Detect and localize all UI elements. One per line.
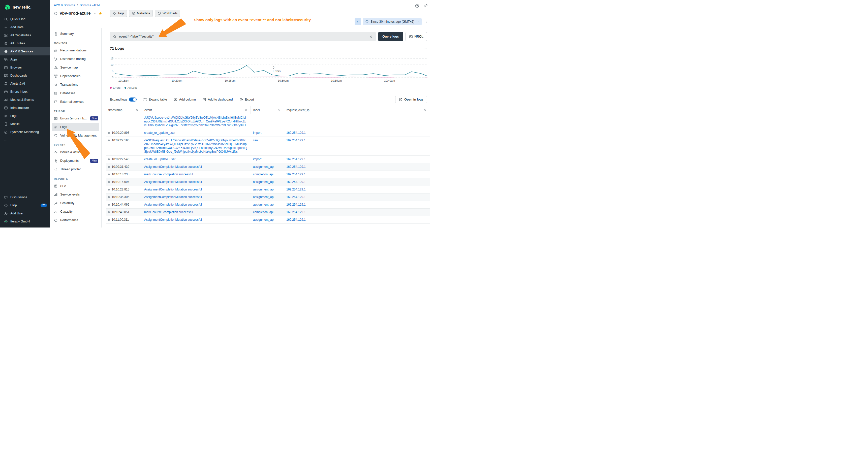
cell-ip-link[interactable]: 169.254.129.1 bbox=[286, 218, 427, 222]
sidebar-item-all-entities[interactable]: All Entities bbox=[0, 39, 50, 47]
table-row[interactable]: 10:09:22.540 create_or_update_user impor… bbox=[106, 156, 430, 163]
row-expand-square[interactable] bbox=[108, 181, 110, 183]
sidebar-item-help[interactable]: Help 70 bbox=[0, 201, 50, 209]
sidebar-item-quick-find[interactable]: Quick Find bbox=[0, 15, 50, 23]
subnav-item-thread-profiler[interactable]: Thread profiler bbox=[50, 165, 101, 173]
sidebar-item-synthetic-monitoring[interactable]: Synthetic Monitoring bbox=[0, 128, 50, 136]
cell-event-link[interactable]: AssignmentCompletionMutation successful bbox=[144, 188, 248, 192]
subnav-item-deployments[interactable]: Deployments New bbox=[50, 157, 101, 165]
breadcrumb-link-services-apm[interactable]: Services - APM bbox=[80, 3, 100, 6]
cell-ip-link[interactable]: 169.254.129.1 bbox=[286, 203, 427, 206]
subnav-item-errors-errors-inb[interactable]: Errors (errors inb... New bbox=[50, 114, 101, 123]
add-to-dashboard-button[interactable]: Add to dashboard bbox=[203, 98, 233, 101]
cell-ip-link[interactable]: 169.254.129.1 bbox=[286, 165, 427, 169]
sidebar-item-iterativ-gmbh[interactable]: Iterativ GmbH bbox=[0, 218, 50, 226]
sidebar-item-mobile[interactable]: Mobile bbox=[0, 120, 50, 128]
column-header-event[interactable]: event bbox=[142, 106, 250, 114]
query-input[interactable]: event:* -"label":"security" bbox=[110, 32, 376, 41]
time-forward-button[interactable] bbox=[423, 18, 430, 25]
row-expand-square[interactable] bbox=[108, 204, 110, 205]
subnav-item-distributed-tracing[interactable]: Distributed tracing bbox=[50, 55, 101, 63]
subnav-item-databases[interactable]: Databases bbox=[50, 89, 101, 98]
sidebar-item-all-capabilities[interactable]: All Capabilities bbox=[0, 31, 50, 39]
cell-ip-link[interactable]: 169.254.129.1 bbox=[286, 138, 427, 142]
table-row[interactable]: 10:11:00.311 AssignmentCompletionMutatio… bbox=[106, 216, 430, 224]
cell-event-link[interactable]: mark_course_completion successful bbox=[144, 210, 248, 214]
cell-event-link[interactable]: AssignmentCompletionMutation successful bbox=[144, 165, 248, 169]
expand-table-button[interactable]: Expand table bbox=[143, 98, 167, 101]
legend-item[interactable]: Errors bbox=[110, 86, 121, 89]
clear-query-icon[interactable] bbox=[369, 35, 373, 38]
cell-event-link[interactable]: AssignmentCompletionMutation successful bbox=[144, 195, 248, 199]
cell-label-link[interactable]: assignment_api bbox=[253, 195, 281, 199]
table-row[interactable]: 10:10:35.305 AssignmentCompletionMutatio… bbox=[106, 194, 430, 201]
subnav-item-sla[interactable]: SLA bbox=[50, 182, 101, 190]
row-expand-square[interactable] bbox=[108, 219, 110, 221]
subnav-item-dependencies[interactable]: Dependencies bbox=[50, 72, 101, 80]
metadata-button[interactable]: Metadata bbox=[129, 10, 153, 17]
breadcrumb-link-apm-services[interactable]: APM & Services bbox=[54, 3, 75, 6]
cell-label-link[interactable]: assignment_api bbox=[253, 180, 281, 184]
table-row[interactable]: 10:10:44.066 AssignmentCompletionMutatio… bbox=[106, 201, 430, 208]
row-expand-square[interactable] bbox=[108, 196, 110, 198]
sidebar-item-alerts-ai[interactable]: Alerts & AI bbox=[0, 79, 50, 88]
remove-column-icon[interactable] bbox=[424, 108, 427, 111]
sidebar-item-infrastructure[interactable]: Infrastructure bbox=[0, 104, 50, 112]
table-row[interactable]: JUQVU&code=eyJraWQiOiJjcGltY29yZV8wOTl1M… bbox=[106, 114, 430, 129]
sidebar-item-more[interactable] bbox=[0, 136, 50, 144]
cell-label-link[interactable]: completion_api bbox=[253, 210, 281, 214]
cell-event-link[interactable]: AssignmentCompletionMutation successful bbox=[144, 218, 248, 222]
time-back-button[interactable] bbox=[354, 18, 361, 25]
table-row[interactable]: 10:10:49.051 mark_course_completion succ… bbox=[106, 208, 430, 216]
cell-ip-link[interactable]: 169.254.129.1 bbox=[286, 158, 427, 161]
subnav-item-summary[interactable]: Summary bbox=[50, 30, 101, 38]
row-expand-square[interactable] bbox=[108, 189, 110, 191]
sidebar-item-add-data[interactable]: Add Data bbox=[0, 23, 50, 31]
cell-label-link[interactable]: assignment_api bbox=[253, 165, 281, 169]
logs-options-icon[interactable] bbox=[423, 46, 427, 50]
workloads-button[interactable]: Workloads bbox=[155, 10, 180, 17]
new-relic-logo[interactable]: new relic. bbox=[0, 0, 50, 15]
row-expand-square[interactable] bbox=[108, 159, 110, 160]
time-picker[interactable]: Since 30 minutes ago (GMT+2) bbox=[363, 18, 422, 25]
row-expand-square[interactable] bbox=[108, 173, 110, 175]
sidebar-item-logs[interactable]: Logs bbox=[0, 112, 50, 120]
cell-event-link[interactable]: AssignmentCompletionMutation successful bbox=[144, 203, 248, 206]
chevron-down-icon[interactable] bbox=[93, 11, 96, 15]
sidebar-item-discussions[interactable]: Discussions bbox=[0, 193, 50, 201]
cell-ip-link[interactable]: 169.254.129.1 bbox=[286, 131, 427, 135]
table-row[interactable]: 10:10:13.235 mark_course_completion succ… bbox=[106, 171, 430, 178]
cell-label-link[interactable]: import bbox=[253, 131, 281, 135]
cell-event-link[interactable]: mark_course_completion successful bbox=[144, 172, 248, 176]
subnav-item-recommendations[interactable]: Recommendations bbox=[50, 46, 101, 55]
cell-label-link[interactable]: import bbox=[253, 158, 281, 161]
nrql-button[interactable]: NRQL bbox=[405, 32, 427, 41]
table-row[interactable]: 10:10:23.815 AssignmentCompletionMutatio… bbox=[106, 186, 430, 194]
subnav-item-external-services[interactable]: External services bbox=[50, 98, 101, 106]
cell-ip-link[interactable]: 169.254.129.1 bbox=[286, 188, 427, 192]
remove-column-icon[interactable] bbox=[245, 108, 248, 111]
subnav-item-performance[interactable]: Performance bbox=[50, 216, 101, 225]
sidebar-item-apm-services[interactable]: APM & Services bbox=[0, 47, 50, 56]
table-row[interactable]: 10:09:22.196 <ASGIRequest: GET '/sso/cal… bbox=[106, 137, 430, 156]
table-row[interactable]: 10:09:31.439 AssignmentCompletionMutatio… bbox=[106, 163, 430, 171]
open-in-logs-button[interactable]: Open in logs bbox=[395, 96, 427, 103]
subnav-item-logs[interactable]: Logs bbox=[52, 123, 99, 131]
subnav-item-scalability[interactable]: Scalability bbox=[50, 199, 101, 207]
column-header-timestamp[interactable]: timestamp bbox=[106, 106, 142, 114]
cell-label-link[interactable]: assignment_api bbox=[253, 203, 281, 206]
copy-link-icon[interactable] bbox=[424, 3, 428, 8]
cell-event-link[interactable]: create_or_update_user bbox=[144, 131, 248, 135]
tags-button[interactable]: Tags bbox=[110, 10, 127, 17]
expand-logs-toggle[interactable] bbox=[129, 98, 136, 101]
table-row[interactable]: 10:10:14.094 AssignmentCompletionMutatio… bbox=[106, 178, 430, 186]
subnav-item-issues-activity[interactable]: Issues & activity bbox=[50, 148, 101, 157]
cell-label-link[interactable]: sso bbox=[253, 138, 281, 142]
add-column-button[interactable]: Add column bbox=[174, 98, 196, 101]
sidebar-item-add-user[interactable]: Add User bbox=[0, 209, 50, 218]
cell-event-link[interactable]: create_or_update_user bbox=[144, 158, 248, 161]
remove-column-icon[interactable] bbox=[278, 108, 281, 111]
row-expand-square[interactable] bbox=[108, 139, 110, 141]
row-expand-square[interactable] bbox=[108, 166, 110, 168]
row-expand-square[interactable] bbox=[108, 132, 110, 134]
